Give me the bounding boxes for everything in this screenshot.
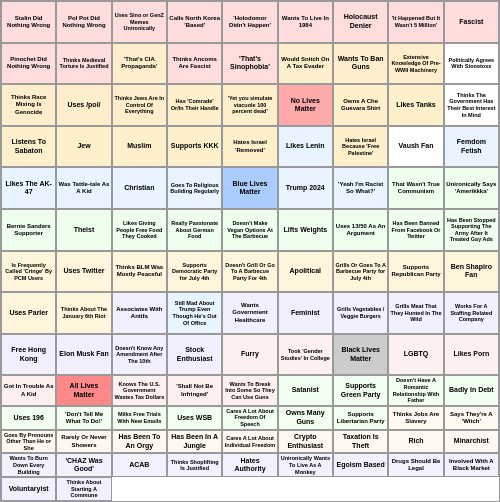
cell-111: Thinks Shoplifting Is Justified <box>167 453 222 477</box>
cell-39: Goes To Religious Building Regularly <box>167 167 222 209</box>
cell-47: Likes Giving People Free Food They Cooke… <box>112 209 167 251</box>
cell-27: Listens To Sabaton <box>1 126 56 168</box>
cell-94: Cares A Lot About Freedom Of Speech <box>222 406 277 430</box>
cell-4: 'Holodomor Didn't Happen' <box>222 1 277 43</box>
cell-9: Pinochet Did Nothing Wrong <box>1 43 56 85</box>
cell-85: Wants To Break Into Some So They Can Use… <box>222 375 277 405</box>
cell-21: Has 'Comrade' Or/In Their Handle <box>167 84 222 126</box>
cell-76: Furry <box>222 334 277 376</box>
cell-62: Ben Shapiro Fan <box>444 251 499 293</box>
cell-117: Voluntaryist <box>1 477 56 501</box>
cell-80: Likes Porn <box>444 334 499 376</box>
cell-69: Grills Vegetables / Veggie Burgers <box>333 292 388 334</box>
cell-102: Has Been In A Jungle <box>167 430 222 454</box>
cell-14: Would Snitch On A Tax Evader <box>278 43 333 85</box>
cell-51: Uses 13/50 As An Argument <box>333 209 388 251</box>
cell-104: Crypto Enthusiast <box>278 430 333 454</box>
cell-53: Has Been Stopped Supporting The Army Aft… <box>444 209 499 251</box>
cell-118: Thinks About Starting A Commune <box>56 477 111 501</box>
cell-11: 'That's CIA Propaganda' <box>112 43 167 85</box>
cell-24: Owns A Che Guevara Shirt <box>333 84 388 126</box>
cell-33: Hates Israel Because 'Free Palestine' <box>333 126 388 168</box>
cell-87: Supports Green Party <box>333 375 388 405</box>
cell-34: Vaush Fan <box>388 126 443 168</box>
cell-68: Feminist <box>278 292 333 334</box>
cell-58: Doesn't Grill Or Go To A Barbecue Party … <box>222 251 277 293</box>
cell-105: Taxation Is Theft <box>333 430 388 454</box>
cell-43: That Wasn't True Communism <box>388 167 443 209</box>
cell-67: Wants Government Healthcare <box>222 292 277 334</box>
cell-90: Uses 196 <box>1 406 56 430</box>
cell-98: Says They're A 'Witch' <box>444 406 499 430</box>
cell-88: Doesn't Have A Romantic Relationship Wit… <box>388 375 443 405</box>
cell-50: Lifts Weights <box>278 209 333 251</box>
cell-25: Likes Tanks <box>388 84 443 126</box>
cell-40: Blue Lives Matter <box>222 167 277 209</box>
cell-15: Wants To Ban Guns <box>333 43 388 85</box>
cell-66: Still Mad About Trump Even Though He's O… <box>167 292 222 334</box>
cell-28: Jew <box>56 126 111 168</box>
cell-63: Uses Parler <box>1 292 56 334</box>
cell-26: Thinks The Government Has Their Best Int… <box>444 84 499 126</box>
cell-92: Milks Free Trials With New Emails <box>112 406 167 430</box>
cell-89: Badly In Debt <box>444 375 499 405</box>
cell-84: 'Shall Not Be Infringed' <box>167 375 222 405</box>
cell-30: Supports KKK <box>167 126 222 168</box>
cell-82: All Lives Matter <box>56 375 111 405</box>
cell-13: 'That's Sinophobia' <box>222 43 277 85</box>
cell-7: 'It Happened But It Wasn't 5 Million' <box>388 1 443 43</box>
cell-106: Rich <box>388 430 443 454</box>
cell-3: Calls North Korea 'Based' <box>167 1 222 43</box>
cell-44: Unironically Says 'Amerikkka' <box>444 167 499 209</box>
cell-103: Cares A Lot About Individual Freedom <box>222 430 277 454</box>
cell-116: Involved With A Black Market <box>444 453 499 477</box>
cell-64: Thinks About The January 6th Riot <box>56 292 111 334</box>
cell-107: Minarchist <box>444 430 499 454</box>
cell-49: Doesn't Make Vegan Options At The Barbec… <box>222 209 277 251</box>
cell-86: Satanist <box>278 375 333 405</box>
cell-59: Apolitical <box>278 251 333 293</box>
cell-113: Unironically Wants To Live As A Monkey <box>278 453 333 477</box>
cell-99: Goes By Pronouns Other Than He or She <box>1 430 56 454</box>
cell-110: ACAB <box>112 453 167 477</box>
cell-83: Knows The U.S. Government Wastes Tax Dol… <box>112 375 167 405</box>
cell-17: Politically Agrees With Stonetoss <box>444 43 499 85</box>
cell-54: Is Frequently Called 'Cringe' By PCM Use… <box>1 251 56 293</box>
cell-112: Hates Authority <box>222 453 277 477</box>
cell-75: Stock Enthusiast <box>167 334 222 376</box>
cell-22: 'Yet you simulate viacuole 100 percent d… <box>222 84 277 126</box>
cell-36: Likes The AK-47 <box>1 167 56 209</box>
cell-60: Grills Or Goes To A Barbecue Party for J… <box>333 251 388 293</box>
cell-61: Supports Republican Party <box>388 251 443 293</box>
cell-45: Bernie Sanders Supporter <box>1 209 56 251</box>
cell-74: Doesn't Know Any Amendment After The 10t… <box>112 334 167 376</box>
cell-12: Thinks Ancoms Are Fascist <box>167 43 222 85</box>
cell-77: Took 'Gender Studies' In College <box>278 334 333 376</box>
cell-65: Associates With Antifa <box>112 292 167 334</box>
cell-72: Free Hong Kong <box>1 334 56 376</box>
cell-20: Thinks Jews Are In Control Of Everything <box>112 84 167 126</box>
cell-38: Christian <box>112 167 167 209</box>
cell-6: Holocaust Denier <box>333 1 388 43</box>
cell-52: Has Been Banned From Facebook Or Twitter <box>388 209 443 251</box>
cell-79: LGBTQ <box>388 334 443 376</box>
cell-115: Drugs Should Be Legal <box>388 453 443 477</box>
cell-109: 'CHAZ Was Good' <box>56 453 111 477</box>
cell-70: Grills Meat That They Hunted In The Wild <box>388 292 443 334</box>
cell-16: Extensive Knowledge Of Pre-WWII Machiner… <box>388 43 443 85</box>
cell-71: Works For A Staffing Related Company <box>444 292 499 334</box>
cell-55: Uses Twitter <box>56 251 111 293</box>
cell-31: Hates Israel 'Removed' <box>222 126 277 168</box>
cell-8: Fascist <box>444 1 499 43</box>
cell-2: Uses Sino or GenZ Memes Unironically <box>112 1 167 43</box>
cell-0: Stalin Did Nothing Wrong <box>1 1 56 43</box>
cell-101: Has Been To An Orgy <box>112 430 167 454</box>
cell-46: Theist <box>56 209 111 251</box>
cell-48: Really Passionate About German Food <box>167 209 222 251</box>
cell-10: Thinks Medieval Torture Is Justified <box>56 43 111 85</box>
cell-29: Muslim <box>112 126 167 168</box>
cell-73: Elon Musk Fan <box>56 334 111 376</box>
cell-32: Likes Lenin <box>278 126 333 168</box>
cell-114: Egoism Based <box>333 453 388 477</box>
cell-91: 'Don't Tell Me What To Do!' <box>56 406 111 430</box>
